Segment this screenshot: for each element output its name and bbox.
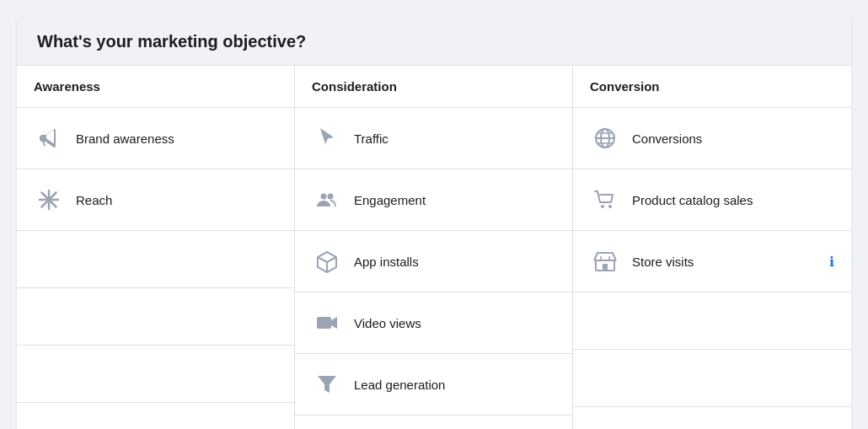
conversions-item[interactable]: Conversions [573, 108, 851, 169]
lead-generation-label: Lead generation [354, 378, 445, 392]
awareness-column: Awareness Brand awareness [17, 66, 295, 429]
conversion-filler-3 [573, 407, 851, 429]
awareness-filler-1 [17, 231, 294, 288]
funnel-icon [312, 369, 342, 400]
awareness-header: Awareness [17, 66, 294, 108]
svg-point-4 [321, 194, 327, 200]
engagement-item[interactable]: Engagement [295, 169, 572, 231]
main-container: What's your marketing objective? Awarene… [17, 17, 851, 429]
conversions-label: Conversions [632, 131, 702, 146]
svg-rect-8 [317, 317, 331, 329]
brand-awareness-label: Brand awareness [76, 131, 174, 146]
conversion-column: Conversion Conversions [573, 66, 851, 429]
product-catalog-sales-label: Product catalog sales [632, 193, 753, 207]
reach-icon [34, 185, 64, 215]
app-icon [312, 246, 342, 276]
svg-rect-24 [603, 264, 608, 271]
columns-grid: Awareness Brand awareness [17, 65, 851, 429]
conversion-filler-2 [573, 350, 851, 407]
conversion-header: Conversion [573, 66, 851, 108]
page-title: What's your marketing objective? [17, 17, 851, 65]
app-installs-label: App installs [354, 255, 419, 269]
traffic-item[interactable]: Traffic [295, 108, 572, 169]
store-visits-label: Store visits [632, 255, 694, 269]
reach-label: Reach [76, 193, 112, 207]
video-views-item[interactable]: Video views [295, 292, 572, 354]
svg-point-21 [608, 205, 612, 208]
store-visits-info-icon[interactable]: ℹ [829, 254, 834, 270]
consideration-column: Consideration Traffic [295, 66, 573, 429]
conversion-filler-1 [573, 292, 851, 350]
awareness-filler-4 [17, 403, 294, 429]
svg-point-20 [601, 205, 604, 208]
store-icon [590, 246, 620, 276]
engagement-label: Engagement [354, 193, 426, 207]
awareness-filler-2 [17, 288, 294, 346]
traffic-label: Traffic [354, 131, 388, 146]
lead-generation-item[interactable]: Lead generation [295, 354, 572, 416]
consideration-header: Consideration [295, 66, 572, 108]
brand-awareness-item[interactable]: Brand awareness [17, 108, 294, 169]
app-installs-item[interactable]: App installs [295, 231, 572, 292]
globe-icon [590, 123, 620, 153]
video-views-label: Video views [354, 316, 421, 330]
svg-marker-10 [318, 376, 336, 393]
store-visits-item[interactable]: Store visits ℹ [573, 231, 851, 292]
engagement-icon [312, 185, 342, 215]
awareness-filler-3 [17, 346, 294, 403]
objective-table: Awareness Brand awareness [17, 65, 851, 429]
cart-icon [590, 185, 620, 215]
svg-point-5 [328, 194, 334, 200]
cursor-icon [312, 123, 342, 153]
svg-marker-9 [331, 317, 337, 329]
product-catalog-sales-item[interactable]: Product catalog sales [573, 169, 851, 231]
video-icon [312, 308, 342, 338]
megaphone-icon [34, 123, 64, 153]
messages-item[interactable]: Messages [295, 416, 572, 429]
reach-item[interactable]: Reach [17, 169, 294, 231]
